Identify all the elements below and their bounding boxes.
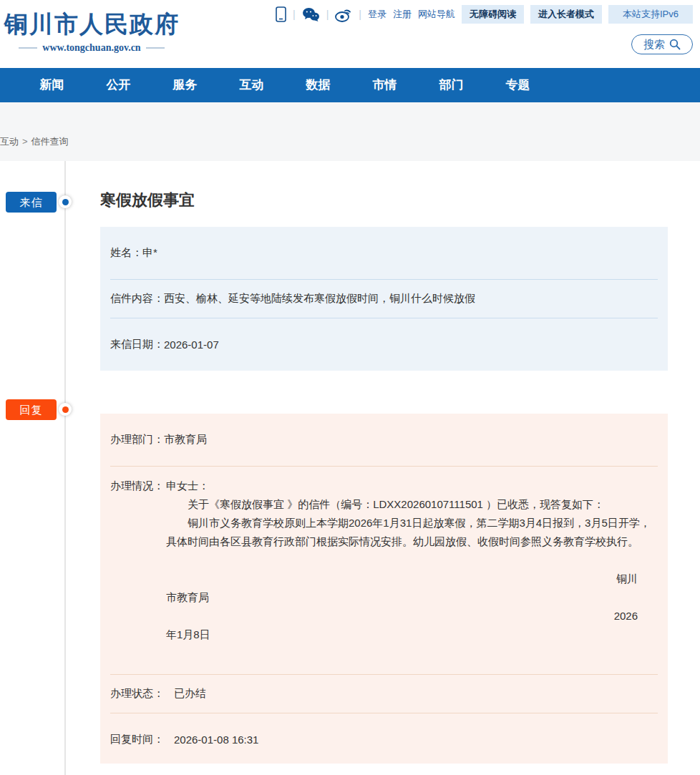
site-url-row: www.tongchuan.gov.cn (4, 42, 179, 54)
nav-item-topics[interactable]: 专题 (485, 68, 551, 102)
breadcrumb-separator: > (22, 136, 28, 147)
nav-item-interact[interactable]: 互动 (218, 68, 285, 102)
reply-status-row: 办理状态：已办结 (100, 675, 668, 713)
mobile-icon[interactable] (276, 6, 286, 22)
reply-time-value: 2026-01-08 16:31 (174, 733, 258, 746)
weibo-icon[interactable] (335, 7, 352, 22)
letter-content-row: 信件内容：西安、榆林、延安等地陆续发布寒假放假时间，铜川什么时候放假 (100, 280, 668, 318)
utility-bar: | | | 登录 注册 网站导航 无障碍阅读 进入长者模式 (276, 6, 693, 23)
reply-department-row: 办理部门：市教育局 (100, 414, 668, 466)
signature-line: 2026 (166, 607, 658, 625)
reply-detail-row: 办理情况： 申女士： 关于《寒假放假事宜 》的信件（编号：LDXX2026010… (100, 467, 668, 674)
search-label: 搜索 (643, 38, 665, 52)
name-label: 姓名： (110, 246, 142, 260)
nav-item-depts[interactable]: 部门 (418, 68, 485, 102)
reply-box: 办理部门：市教育局 办理情况： 申女士： 关于《寒假放假事宜 》的信件（编号：L… (100, 414, 668, 764)
letter-date-label: 来信日期： (110, 338, 164, 351)
reply-paragraph: 关于《寒假放假事宜 》的信件（编号：LDXX20260107111501 ）已收… (166, 495, 658, 514)
detail-label: 办理情况： (110, 477, 166, 674)
signature-line: 市教育局 (166, 588, 658, 607)
separator: | (359, 9, 361, 20)
main-content: 来信 寒假放假事宜 姓名：申* 信件内容：西安、榆林、延安等地陆续发布寒假放假时… (0, 161, 700, 775)
breadcrumb-section[interactable]: 互动 (0, 136, 19, 147)
breadcrumb-bar: 互动>信件查询 (0, 102, 700, 161)
letter-content-label: 信件内容： (110, 292, 164, 306)
sitemap-link[interactable]: 网站导航 (418, 8, 455, 21)
ipv6-badge[interactable]: 本站支持IPv6 (608, 5, 693, 24)
nav-item-services[interactable]: 服务 (152, 68, 218, 102)
salutation: 申女士： (166, 477, 658, 495)
wechat-icon[interactable] (302, 7, 320, 22)
letter-date-row: 来信日期：2026-01-07 (100, 318, 668, 371)
letter-badge: 来信 (6, 192, 57, 213)
department-value: 市教育局 (164, 433, 207, 447)
accessibility-button[interactable]: 无障碍阅读 (462, 5, 524, 24)
logo-dash-left (19, 47, 37, 49)
reply-time-row: 回复时间：2026-01-08 16:31 (100, 713, 668, 766)
reply-paragraph: 铜川市义务教育学校原则上本学期2026年1月31日起放寒假，第二学期3月4日报到… (166, 514, 658, 551)
search-button[interactable]: 搜索 (631, 34, 693, 54)
nav-item-news[interactable]: 新闻 (19, 68, 85, 102)
register-link[interactable]: 注册 (393, 8, 412, 21)
separator: | (326, 9, 329, 20)
letter-name-row: 姓名：申* (100, 227, 668, 279)
status-value: 已办结 (174, 687, 206, 701)
letter-content-value: 西安、榆林、延安等地陆续发布寒假放假时间，铜川什么时候放假 (164, 292, 475, 306)
status-label: 办理状态： (110, 687, 164, 701)
logo-dash-right (146, 47, 165, 49)
page-title: 寒假放假事宜 (100, 190, 195, 211)
signature-block: 铜川 市教育局 2026 年1月8日 (166, 570, 658, 644)
breadcrumb-page[interactable]: 信件查询 (31, 136, 69, 147)
reply-time-label: 回复时间： (110, 733, 164, 746)
nav-item-open[interactable]: 公开 (85, 68, 152, 102)
breadcrumb: 互动>信件查询 (0, 135, 69, 148)
site-url: www.tongchuan.gov.cn (42, 42, 140, 54)
login-link[interactable]: 登录 (368, 8, 387, 21)
department-label: 办理部门： (110, 433, 164, 447)
elder-mode-button[interactable]: 进入长者模式 (530, 5, 602, 24)
letter-info-box: 姓名：申* 信件内容：西安、榆林、延安等地陆续发布寒假放假时间，铜川什么时候放假… (100, 227, 668, 371)
timeline-line (64, 161, 66, 775)
detail-body: 申女士： 关于《寒假放假事宜 》的信件（编号：LDXX2026010711150… (166, 477, 658, 674)
letter-date-value: 2026-01-07 (164, 338, 219, 351)
reply-timeline-dot (59, 403, 72, 416)
nav-item-data[interactable]: 数据 (285, 68, 351, 102)
signature-line: 铜川 (166, 570, 658, 588)
main-nav: 新闻 公开 服务 互动 数据 市情 部门 专题 (0, 68, 700, 102)
letter-timeline-dot (59, 195, 72, 208)
site-logo[interactable]: 铜川市人民政府 www.tongchuan.gov.cn (4, 9, 179, 54)
signature-line: 年1月8日 (166, 625, 658, 644)
search-icon (669, 39, 681, 50)
site-header: 铜川市人民政府 www.tongchuan.gov.cn | | (0, 0, 700, 68)
reply-badge: 回复 (6, 399, 57, 420)
site-name: 铜川市人民政府 (4, 9, 179, 41)
separator: | (293, 9, 296, 20)
name-value: 申* (142, 246, 157, 260)
nav-item-city[interactable]: 市情 (351, 68, 418, 102)
